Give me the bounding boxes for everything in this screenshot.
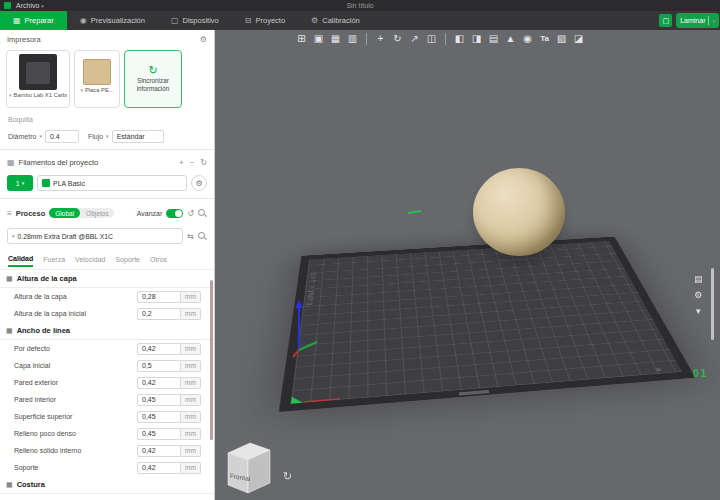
param-label: Relleno poco denso (14, 430, 137, 437)
menu-archivo[interactable]: Archivo ▾ (16, 2, 44, 9)
split-parts-icon[interactable]: ◨ (470, 32, 483, 45)
param-input[interactable]: 0,42 (137, 377, 181, 389)
text-tool-icon[interactable]: Ta (538, 32, 551, 45)
global-option[interactable]: Global (49, 208, 80, 218)
plate-type-card[interactable]: ▾ Placa PE... (74, 50, 120, 108)
reset-params-icon[interactable]: ↺ (187, 209, 194, 218)
button-divider (708, 16, 709, 25)
param-input[interactable]: 0,28 (137, 291, 181, 303)
param-input[interactable]: 0,5 (137, 360, 181, 372)
viewport-toolbar: ⊞ ▣ ▦ ▥ + ↻ ↗ ◫ ◧ ◨ ▤ ▲ ◉ Ta ▧ ◪ (295, 32, 585, 45)
tab-preparar[interactable]: ▦ Preparar (0, 11, 67, 30)
app-logo-icon (4, 2, 11, 9)
global-objects-toggle[interactable]: Global Objetos (49, 208, 114, 218)
tab-label: Proyecto (255, 16, 285, 25)
param-row: Pared interior 0,45 mm (0, 391, 214, 408)
printer-name: Bambu Lab X1 Carbon (14, 92, 67, 98)
add-plate-icon[interactable]: ⊞ (295, 32, 308, 45)
tab-otros[interactable]: Otros (150, 252, 167, 266)
plate-grid-icon[interactable]: ▤ (694, 274, 703, 284)
project-icon: ⊟ (245, 16, 252, 25)
section-title: Ancho de línea (17, 326, 70, 335)
plate-grid (291, 241, 682, 404)
param-input[interactable]: 0,45 (137, 428, 181, 440)
sync-filament-icon[interactable]: ↻ (200, 158, 207, 167)
param-input[interactable]: 0,42 (137, 445, 181, 457)
compare-preset-icon[interactable]: ⇆ (187, 232, 194, 241)
filament-select[interactable]: PLA Basic (37, 175, 187, 191)
send-print-button[interactable]: ▢ (659, 14, 672, 27)
color-paint-icon[interactable]: ▧ (555, 32, 568, 45)
section-icon: ▦ (6, 481, 13, 489)
flow-label: Flujo (88, 133, 103, 140)
auto-orient-icon[interactable]: ▣ (312, 32, 325, 45)
variable-layer-icon[interactable]: ▤ (487, 32, 500, 45)
plate-settings-icon[interactable]: ⚙ (694, 290, 702, 300)
model-sphere[interactable] (473, 168, 565, 256)
add-filament-icon[interactable]: + (179, 158, 184, 167)
search-icon[interactable] (198, 232, 207, 241)
plate-type-name: Placa PE... (85, 87, 114, 93)
cut-icon[interactable]: ◪ (572, 32, 585, 45)
build-plate[interactable]: Bambu Lab ≡ (279, 237, 696, 412)
seam-paint-icon[interactable]: ◉ (521, 32, 534, 45)
view-cube[interactable]: Frontal (220, 435, 278, 500)
scale-icon[interactable]: ↗ (408, 32, 421, 45)
left-panel: Impresora ⚙ ▾ Bambu Lab X1 Carbon ▾ Plac… (0, 30, 215, 500)
filament-icon: ▦ (7, 158, 15, 167)
param-unit: mm (181, 377, 201, 389)
param-input[interactable]: 0,45 (137, 411, 181, 423)
move-icon[interactable]: + (374, 32, 387, 45)
tab-previsualizacion[interactable]: ◉ Previsualización (67, 11, 158, 30)
search-icon[interactable] (198, 209, 207, 218)
chevron-down-icon: ▾ (80, 87, 83, 93)
tab-velocidad[interactable]: Velocidad (75, 252, 105, 266)
printer-card[interactable]: ▾ Bambu Lab X1 Carbon (6, 50, 70, 108)
param-unit: mm (181, 343, 201, 355)
advanced-toggle[interactable] (166, 209, 183, 218)
menu-bar: Archivo ▾ Sin título (0, 0, 720, 11)
filament-settings-button[interactable]: ⚙ (191, 175, 207, 191)
process-preset-select[interactable]: ▾ 0.28mm Extra Draft @BBL X1C (7, 228, 183, 244)
viewport-3d[interactable]: ⊞ ▣ ▦ ▥ + ↻ ↗ ◫ ◧ ◨ ▤ ▲ ◉ Ta ▧ ◪ Bambu L… (215, 30, 720, 500)
tab-calibracion[interactable]: ⚙ Calibración (298, 11, 373, 30)
param-unit: mm (181, 291, 201, 303)
green-marker (408, 210, 421, 214)
flow-select[interactable]: Estándar (112, 130, 164, 143)
laminar-button[interactable]: Laminar ▾ (676, 13, 719, 28)
rotate-icon[interactable]: ↻ (391, 32, 404, 45)
split-objects-icon[interactable]: ◧ (453, 32, 466, 45)
support-paint-icon[interactable]: ▲ (504, 32, 517, 45)
printer-settings-gear-icon[interactable]: ⚙ (200, 35, 207, 44)
param-label: Altura de la capa (14, 293, 137, 300)
sidebar-scrollbar[interactable] (210, 280, 213, 440)
preset-row: ▾ 0.28mm Extra Draft @BBL X1C ⇆ (0, 224, 214, 248)
monitor-icon: ▢ (662, 17, 669, 25)
objects-option[interactable]: Objetos (80, 208, 114, 218)
tab-calidad[interactable]: Calidad (8, 251, 33, 267)
param-input[interactable]: 0,42 (137, 462, 181, 474)
plate-expand-icon[interactable]: ▾ (696, 306, 701, 316)
filament-index-select[interactable]: 1 ▾ (7, 175, 33, 191)
toolbar-separator (445, 33, 446, 45)
param-unit: mm (181, 428, 201, 440)
tab-fuerza[interactable]: Fuerza (43, 252, 65, 266)
param-row: Capa inicial 0,5 mm (0, 357, 214, 374)
filament-color-swatch (42, 179, 50, 187)
tab-proyecto[interactable]: ⊟ Proyecto (232, 11, 298, 30)
remove-filament-icon[interactable]: − (190, 158, 195, 167)
sync-info-button[interactable]: ↻ Sincronizar información (124, 50, 182, 108)
orbit-view-icon[interactable]: ↻ (283, 470, 292, 483)
tab-soporte[interactable]: Soporte (115, 252, 140, 266)
diameter-select[interactable]: 0.4 (45, 130, 79, 143)
param-input[interactable]: 0,42 (137, 343, 181, 355)
arrange-all-icon[interactable]: ▦ (329, 32, 342, 45)
param-input[interactable]: 0,2 (137, 308, 181, 320)
zoom-slider[interactable] (711, 268, 714, 340)
arrange-plate-icon[interactable]: ▥ (346, 32, 359, 45)
nozzle-row: Diámetro ▾ 0.4 Flujo ▾ Estándar (0, 126, 214, 146)
mirror-icon[interactable]: ◫ (425, 32, 438, 45)
param-label: Pared interior (14, 396, 137, 403)
tab-dispositivo[interactable]: ▢ Dispositivo (158, 11, 232, 30)
param-input[interactable]: 0,45 (137, 394, 181, 406)
